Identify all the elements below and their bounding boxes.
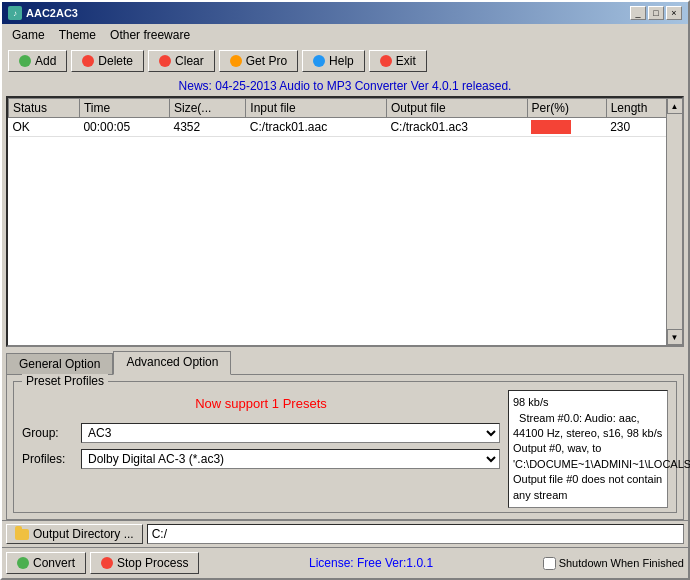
col-time: Time [79,99,169,118]
title-bar: ♪ AAC2AC3 _ □ × [2,2,688,24]
add-icon [19,55,31,67]
now-support-text: Now support 1 Presets [22,390,500,417]
tab-general[interactable]: General Option [6,353,113,374]
stop-label: Stop Process [117,556,188,570]
cell-size: 4352 [170,118,246,137]
output-bar: Output Directory ... [2,520,688,547]
shutdown-checkbox[interactable] [543,557,556,570]
main-window: ♪ AAC2AC3 _ □ × Game Theme Other freewar… [0,0,690,580]
exit-icon [380,55,392,67]
convert-button[interactable]: Convert [6,552,86,574]
menu-other-freeware[interactable]: Other freeware [104,26,196,44]
preset-inner: Now support 1 Presets Group: AC3 Profile… [22,390,668,508]
per-bar [531,120,571,134]
delete-icon [82,55,94,67]
file-table: Status Time Size(... Input file Output f… [8,98,682,137]
cell-output: C:/track01.ac3 [386,118,527,137]
group-field-row: Group: AC3 [22,423,500,443]
folder-icon [15,529,29,540]
minimize-button[interactable]: _ [630,6,646,20]
group-select[interactable]: AC3 [81,423,500,443]
output-path-input[interactable] [147,524,684,544]
clear-icon [159,55,171,67]
title-bar-left: ♪ AAC2AC3 [8,6,78,20]
menu-game[interactable]: Game [6,26,51,44]
shutdown-label[interactable]: Shutdown When Finished [543,557,684,570]
window-title: AAC2AC3 [26,7,78,19]
convert-label: Convert [33,556,75,570]
col-input: Input file [246,99,387,118]
app-icon: ♪ [8,6,22,20]
shutdown-text: Shutdown When Finished [559,557,684,569]
preset-group: Preset Profiles Now support 1 Presets Gr… [13,381,677,513]
group-label: Group: [22,426,77,440]
delete-button[interactable]: Delete [71,50,144,72]
table-row[interactable]: OK 00:00:05 4352 C:/track01.aac C:/track… [9,118,682,137]
tabs-container: General Option Advanced Option [2,347,688,374]
output-btn-label: Output Directory ... [33,527,134,541]
tabs: General Option Advanced Option [6,351,684,374]
stop-icon [101,557,113,569]
exit-button[interactable]: Exit [369,50,427,72]
stop-process-button[interactable]: Stop Process [90,552,199,574]
scroll-down-button[interactable]: ▼ [667,329,683,345]
get-pro-button[interactable]: Get Pro [219,50,298,72]
clear-button[interactable]: Clear [148,50,215,72]
add-button[interactable]: Add [8,50,67,72]
col-per: Per(%) [527,99,606,118]
profiles-label: Profiles: [22,452,77,466]
maximize-button[interactable]: □ [648,6,664,20]
profiles-select[interactable]: Dolby Digital AC-3 (*.ac3) [81,449,500,469]
cell-status: OK [9,118,80,137]
getpro-icon [230,55,242,67]
col-size: Size(... [170,99,246,118]
preset-group-label: Preset Profiles [22,374,108,388]
convert-icon [17,557,29,569]
tab-advanced[interactable]: Advanced Option [113,351,231,375]
menu-theme[interactable]: Theme [53,26,102,44]
options-panel: Preset Profiles Now support 1 Presets Gr… [6,374,684,520]
scrollbar-vertical[interactable]: ▲ ▼ [666,98,682,345]
license-value: License: Free Ver:1.0.1 [309,556,433,570]
menubar: Game Theme Other freeware [2,24,688,46]
file-table-container: Status Time Size(... Input file Output f… [6,96,684,347]
license-text: License: Free Ver:1.0.1 [203,556,538,570]
title-bar-controls: _ □ × [630,6,682,20]
cell-time: 00:00:05 [79,118,169,137]
preset-left: Now support 1 Presets Group: AC3 Profile… [22,390,500,508]
help-button[interactable]: Help [302,50,365,72]
preset-info: 98 kb/s Stream #0.0: Audio: aac, 44100 H… [508,390,668,508]
output-directory-button[interactable]: Output Directory ... [6,524,143,544]
scroll-up-button[interactable]: ▲ [667,98,683,114]
profiles-field-row: Profiles: Dolby Digital AC-3 (*.ac3) [22,449,500,469]
cell-per [527,118,606,137]
news-text: News: 04-25-2013 Audio to MP3 Converter … [179,79,512,93]
cell-input: C:/track01.aac [246,118,387,137]
action-bar: Convert Stop Process License: Free Ver:1… [2,547,688,578]
col-output: Output file [386,99,527,118]
help-icon [313,55,325,67]
preset-info-text: 98 kb/s Stream #0.0: Audio: aac, 44100 H… [513,396,690,500]
toolbar: Add Delete Clear Get Pro Help Exit [2,46,688,76]
close-button[interactable]: × [666,6,682,20]
news-bar: News: 04-25-2013 Audio to MP3 Converter … [2,76,688,96]
col-status: Status [9,99,80,118]
table-header-row: Status Time Size(... Input file Output f… [9,99,682,118]
